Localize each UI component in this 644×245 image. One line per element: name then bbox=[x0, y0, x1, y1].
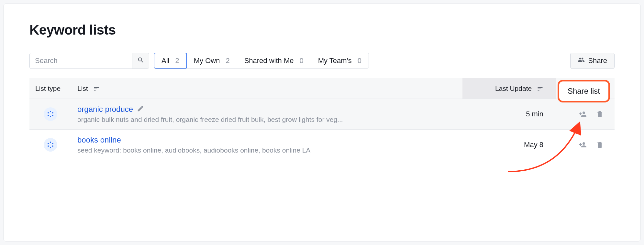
svg-point-7 bbox=[52, 143, 53, 144]
filter-tabs: All2My Own2Shared with Me0My Team's0 bbox=[154, 53, 369, 69]
list-name-link[interactable]: organic produce bbox=[77, 105, 133, 114]
svg-point-1 bbox=[52, 112, 53, 113]
search-button[interactable] bbox=[132, 53, 149, 69]
search-icon bbox=[137, 57, 144, 65]
tab-all[interactable]: All2 bbox=[154, 53, 187, 69]
tab-label: My Own bbox=[194, 57, 220, 65]
people-icon bbox=[578, 56, 585, 65]
svg-point-10 bbox=[48, 145, 49, 147]
delete-list-button[interactable] bbox=[594, 108, 605, 120]
svg-point-0 bbox=[50, 111, 51, 112]
list-description: organic bulk nuts and dried fruit, organ… bbox=[77, 116, 401, 123]
col-list-type-label: List type bbox=[35, 85, 61, 92]
tab-count: 2 bbox=[175, 57, 179, 65]
lists-table: List type List Last Update bbox=[29, 78, 615, 160]
col-list[interactable]: List bbox=[72, 78, 462, 99]
svg-point-8 bbox=[52, 145, 53, 147]
share-button-label: Share bbox=[588, 57, 607, 65]
sort-icon bbox=[93, 86, 100, 92]
tab-my-team-s[interactable]: My Team's0 bbox=[311, 53, 369, 69]
col-list-label: List bbox=[77, 85, 88, 92]
list-description: seed keyword: books online, audiobooks, … bbox=[77, 146, 401, 154]
share-list-tooltip: Share list bbox=[558, 80, 610, 102]
svg-point-4 bbox=[48, 115, 49, 116]
search-field bbox=[29, 53, 149, 69]
tab-label: Shared with Me bbox=[244, 57, 294, 65]
svg-point-3 bbox=[50, 116, 51, 117]
svg-point-2 bbox=[52, 115, 53, 116]
delete-list-button[interactable] bbox=[594, 139, 605, 151]
list-type-icon bbox=[44, 138, 57, 152]
svg-point-9 bbox=[50, 147, 51, 148]
tab-my-own[interactable]: My Own2 bbox=[187, 53, 237, 69]
col-last-update[interactable]: Last Update bbox=[462, 78, 556, 99]
search-input[interactable] bbox=[30, 53, 132, 69]
svg-point-6 bbox=[50, 142, 51, 143]
share-list-button[interactable] bbox=[577, 108, 589, 120]
col-last-update-label: Last Update bbox=[495, 85, 532, 92]
edit-icon[interactable] bbox=[137, 105, 144, 113]
table-row: books onlineseed keyword: books online, … bbox=[29, 130, 615, 160]
tab-shared-with-me[interactable]: Shared with Me0 bbox=[237, 53, 311, 69]
page-title: Keyword lists bbox=[29, 22, 615, 38]
table-row: organic produceorganic bulk nuts and dri… bbox=[29, 99, 615, 130]
last-update-cell: 5 min bbox=[462, 99, 556, 130]
svg-point-5 bbox=[48, 112, 49, 113]
list-name-link[interactable]: books online bbox=[77, 135, 121, 144]
toolbar: All2My Own2Shared with Me0My Team's0 Sha… bbox=[29, 53, 615, 69]
tab-count: 0 bbox=[358, 57, 361, 65]
sort-icon bbox=[537, 86, 543, 92]
svg-point-11 bbox=[48, 143, 49, 144]
col-list-type[interactable]: List type bbox=[29, 78, 72, 99]
list-type-icon bbox=[44, 107, 57, 121]
share-button[interactable]: Share bbox=[570, 53, 615, 69]
share-list-button[interactable] bbox=[577, 139, 589, 151]
tab-label: All bbox=[161, 57, 169, 65]
tab-label: My Team's bbox=[318, 57, 352, 65]
tooltip-label: Share list bbox=[568, 87, 600, 95]
tab-count: 2 bbox=[226, 57, 229, 65]
tab-count: 0 bbox=[300, 57, 304, 65]
last-update-cell: May 8 bbox=[462, 130, 556, 160]
